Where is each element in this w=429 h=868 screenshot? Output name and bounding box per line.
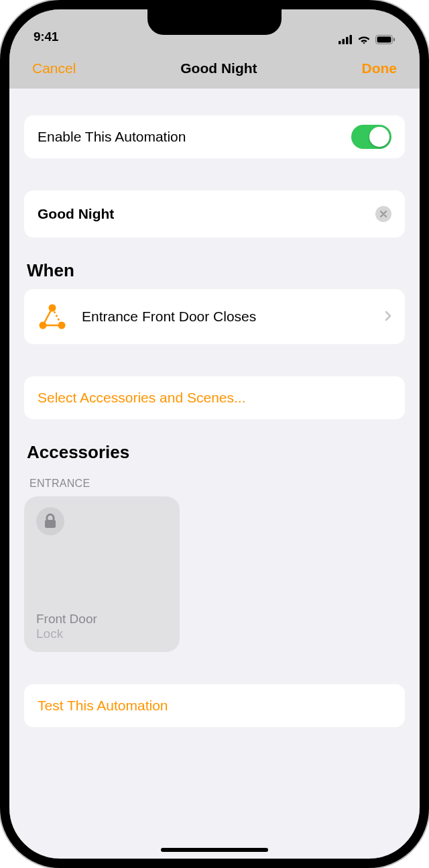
- cellular-icon: [339, 35, 353, 44]
- chevron-right-icon: [385, 308, 391, 325]
- accessory-tile-status: Lock: [36, 627, 168, 641]
- wifi-icon: [357, 35, 371, 44]
- accessory-room-header: ENTRANCE: [29, 478, 402, 490]
- select-accessories-row[interactable]: Select Accessories and Scenes...: [24, 376, 405, 419]
- svg-line-10: [43, 308, 52, 325]
- nav-bar: Cancel Good Night Done: [9, 48, 420, 89]
- accessory-tile-name: Front Door: [36, 612, 168, 627]
- svg-rect-1: [343, 39, 345, 44]
- enable-automation-label: Enable This Automation: [38, 129, 186, 145]
- svg-rect-6: [393, 38, 395, 42]
- home-indicator[interactable]: [161, 848, 268, 852]
- test-automation-row[interactable]: Test This Automation: [24, 684, 405, 727]
- trigger-label: Entrance Front Door Closes: [82, 309, 256, 325]
- automation-name-row[interactable]: Good Night: [24, 191, 405, 237]
- test-automation-label: Test This Automation: [38, 698, 168, 714]
- enable-automation-toggle[interactable]: [351, 125, 391, 149]
- trigger-row[interactable]: Entrance Front Door Closes: [24, 289, 405, 344]
- done-button[interactable]: Done: [362, 60, 397, 76]
- automation-trigger-icon: [38, 302, 67, 331]
- status-time: 9:41: [34, 30, 58, 44]
- svg-rect-13: [45, 520, 56, 528]
- accessory-tile-front-door[interactable]: Front Door Lock: [24, 496, 180, 652]
- cancel-button[interactable]: Cancel: [32, 60, 76, 76]
- svg-rect-5: [377, 37, 391, 43]
- clear-name-button[interactable]: [375, 206, 391, 222]
- svg-rect-2: [346, 37, 349, 44]
- svg-rect-3: [350, 35, 353, 44]
- enable-automation-row: Enable This Automation: [24, 115, 405, 158]
- battery-icon: [375, 35, 395, 44]
- svg-rect-0: [339, 41, 341, 44]
- accessories-section-header: Accessories: [27, 442, 402, 463]
- close-icon: [380, 211, 387, 217]
- lock-icon: [36, 507, 64, 535]
- page-title: Good Night: [180, 60, 257, 76]
- select-accessories-label: Select Accessories and Scenes...: [38, 390, 246, 406]
- automation-name-input[interactable]: Good Night: [38, 206, 114, 222]
- when-section-header: When: [27, 260, 402, 281]
